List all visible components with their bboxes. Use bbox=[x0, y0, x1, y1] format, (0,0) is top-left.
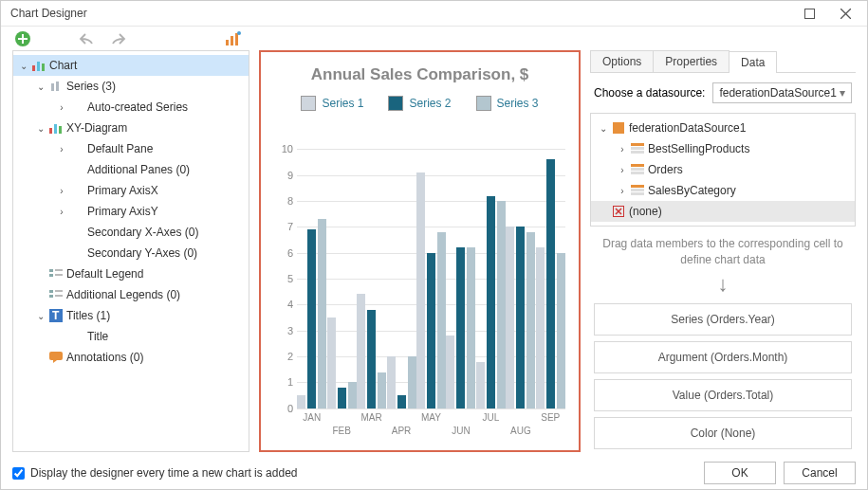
bar bbox=[536, 247, 545, 408]
svg-rect-10 bbox=[56, 82, 59, 91]
datasource-combo[interactable]: federationDataSource1 ▾ bbox=[712, 82, 852, 103]
axis-label: MAY bbox=[421, 412, 441, 423]
bar bbox=[506, 227, 514, 408]
svg-rect-15 bbox=[49, 274, 53, 277]
tree-node-titles[interactable]: ⌄TTitles (1) bbox=[13, 305, 249, 326]
expand-toggle[interactable]: › bbox=[55, 102, 68, 113]
axis-label: APR bbox=[392, 426, 412, 436]
svg-rect-0 bbox=[804, 9, 814, 18]
tree-node-additional-panes[interactable]: Additional Panes (0) bbox=[13, 159, 249, 180]
expand-toggle[interactable]: ⌄ bbox=[17, 61, 30, 71]
bar bbox=[307, 229, 316, 408]
svg-rect-4 bbox=[235, 33, 238, 45]
tree-node-annotations[interactable]: Annotations (0) bbox=[13, 347, 249, 368]
svg-rect-28 bbox=[631, 151, 644, 154]
right-panel: Options Properties Data Choose a datasou… bbox=[590, 50, 856, 452]
bar bbox=[378, 372, 386, 408]
expand-toggle[interactable]: › bbox=[55, 144, 68, 154]
tree-node-axisy[interactable]: ›Primary AxisY bbox=[13, 201, 249, 222]
expand-toggle[interactable]: ⌄ bbox=[34, 123, 47, 134]
expand-toggle[interactable]: › bbox=[616, 186, 629, 196]
ds-item[interactable]: ›Orders bbox=[591, 159, 855, 180]
tree-node-axisx[interactable]: ›Primary AxisX bbox=[13, 180, 249, 201]
redo-button[interactable] bbox=[107, 28, 128, 49]
table-icon bbox=[629, 164, 646, 175]
ds-root[interactable]: ⌄federationDataSource1 bbox=[591, 118, 855, 138]
bar bbox=[446, 336, 454, 408]
bar bbox=[327, 318, 336, 408]
svg-rect-3 bbox=[231, 36, 233, 45]
arrow-down-icon: ↓ bbox=[590, 274, 856, 300]
tree-node-auto-series[interactable]: ›Auto-created Series bbox=[13, 97, 249, 118]
axis-label: JUL bbox=[482, 412, 499, 423]
svg-text:T: T bbox=[52, 309, 60, 322]
add-button[interactable] bbox=[12, 28, 33, 49]
drag-hint: Drag data members to the corresponding c… bbox=[590, 227, 856, 274]
show-designer-checkbox[interactable]: Display the designer every time a new ch… bbox=[12, 466, 297, 480]
tab-data[interactable]: Data bbox=[729, 51, 777, 73]
svg-rect-33 bbox=[631, 189, 644, 191]
binding-color[interactable]: Color (None) bbox=[594, 417, 852, 449]
close-button[interactable] bbox=[829, 1, 861, 26]
tab-properties[interactable]: Properties bbox=[653, 50, 729, 72]
bar bbox=[408, 356, 416, 408]
tree-node-series[interactable]: ⌄Series (3) bbox=[13, 76, 249, 97]
expand-toggle[interactable]: › bbox=[616, 165, 629, 175]
bar bbox=[318, 219, 326, 408]
tree-node-chart[interactable]: ⌄ Chart bbox=[13, 55, 249, 76]
legend-icon bbox=[47, 289, 65, 300]
ds-none[interactable]: (none) bbox=[591, 201, 855, 222]
bar bbox=[387, 356, 396, 408]
chart-title: Annual Sales Comparison, $ bbox=[261, 52, 579, 96]
window-title: Chart Designer bbox=[10, 7, 87, 20]
footer: Display the designer every time a new ch… bbox=[1, 458, 867, 489]
maximize-button[interactable] bbox=[793, 1, 825, 26]
svg-rect-27 bbox=[631, 147, 644, 150]
expand-toggle[interactable]: ⌄ bbox=[34, 311, 47, 321]
svg-rect-8 bbox=[42, 64, 45, 71]
svg-rect-17 bbox=[55, 274, 63, 276]
tree-node-default-pane[interactable]: ›Default Pane bbox=[13, 138, 249, 159]
ds-item[interactable]: ›BestSellingProducts bbox=[591, 138, 855, 159]
show-designer-input[interactable] bbox=[12, 467, 25, 480]
ok-button[interactable]: OK bbox=[704, 462, 776, 484]
expand-toggle[interactable]: › bbox=[55, 186, 68, 196]
tree-node-legends[interactable]: Additional Legends (0) bbox=[13, 284, 249, 305]
legend-item[interactable]: Series 2 bbox=[388, 96, 451, 111]
legend-item[interactable]: Series 3 bbox=[476, 96, 539, 111]
toolbar bbox=[1, 27, 867, 50]
svg-rect-31 bbox=[631, 172, 644, 174]
diagram-icon bbox=[47, 121, 65, 135]
tree-node-legend[interactable]: Default Legend bbox=[13, 263, 249, 284]
undo-button[interactable] bbox=[77, 28, 98, 49]
binding-series[interactable]: Series (Orders.Year) bbox=[594, 303, 852, 336]
tree-node-xydiagram[interactable]: ⌄XY-Diagram bbox=[13, 118, 249, 138]
tab-options[interactable]: Options bbox=[590, 50, 654, 72]
expand-toggle[interactable]: ⌄ bbox=[597, 123, 610, 134]
tree-node-secondary-y[interactable]: Secondary Y-Axes (0) bbox=[13, 243, 249, 263]
axis-label: AUG bbox=[510, 426, 531, 436]
tree-node-title[interactable]: Title bbox=[13, 326, 249, 347]
expand-toggle[interactable]: ⌄ bbox=[34, 82, 47, 92]
expand-toggle[interactable]: › bbox=[55, 207, 68, 217]
ds-item[interactable]: ›SalesByCategory bbox=[591, 180, 855, 201]
bar bbox=[357, 294, 365, 408]
expand-toggle[interactable]: › bbox=[616, 144, 629, 154]
binding-value[interactable]: Value (Orders.Total) bbox=[594, 379, 852, 411]
bar bbox=[516, 227, 525, 408]
binding-argument[interactable]: Argument (Orders.Month) bbox=[594, 341, 852, 373]
tree-node-secondary-x[interactable]: Secondary X-Axes (0) bbox=[13, 222, 249, 243]
svg-rect-25 bbox=[613, 122, 624, 134]
legend-item[interactable]: Series 1 bbox=[301, 96, 363, 111]
structure-tree[interactable]: ⌄ Chart ⌄Series (3) ›Auto-created Series… bbox=[12, 50, 249, 452]
series-icon bbox=[47, 80, 65, 93]
svg-rect-14 bbox=[49, 269, 53, 272]
cancel-button[interactable]: Cancel bbox=[784, 462, 856, 484]
chart-wizard-button[interactable] bbox=[223, 28, 244, 49]
svg-rect-32 bbox=[631, 185, 644, 188]
datasource-tree[interactable]: ⌄federationDataSource1 ›BestSellingProdu… bbox=[590, 113, 856, 227]
chart-legend: Series 1Series 2Series 3 bbox=[261, 96, 579, 111]
bar bbox=[427, 253, 435, 408]
svg-rect-20 bbox=[55, 290, 63, 292]
svg-rect-13 bbox=[59, 126, 62, 134]
